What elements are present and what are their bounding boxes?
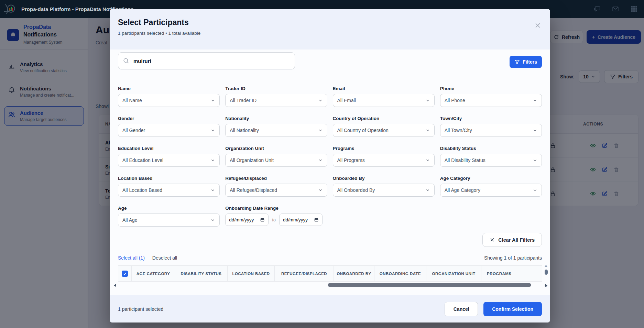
filter-select-programs[interactable]: All Programs bbox=[333, 154, 435, 167]
filter-field-disability-status: Disability Status All Disability Status bbox=[440, 146, 542, 167]
deselect-all-link[interactable]: Deselect all bbox=[152, 255, 177, 261]
filter-select-name[interactable]: All Name bbox=[118, 94, 220, 107]
filter-field-gender: Gender All Gender bbox=[118, 116, 220, 137]
modal-showing-text: Showing 1 of 1 participants bbox=[484, 255, 542, 261]
filter-select-country-of-operation[interactable]: All Country of Operation bbox=[333, 124, 435, 137]
filter-label: Education Level bbox=[118, 146, 220, 151]
chevron-down-icon bbox=[533, 98, 537, 103]
filter-select-age[interactable]: All Age bbox=[118, 214, 220, 227]
funnel-icon bbox=[514, 59, 520, 65]
select-all-checkbox[interactable] bbox=[122, 271, 128, 277]
horizontal-scrollbar[interactable] bbox=[118, 282, 542, 288]
column-header-onboarding-date: ONBOARDING DATE bbox=[374, 266, 426, 281]
modal-title: Select Participants bbox=[118, 18, 541, 27]
filter-select-gender[interactable]: All Gender bbox=[118, 124, 220, 137]
filter-field-age: Age All Age bbox=[118, 206, 220, 227]
chevron-down-icon bbox=[318, 98, 323, 103]
filter-label: Country of Operation bbox=[333, 116, 435, 121]
filter-grid: Name All Name Trader ID All Trader ID Em… bbox=[118, 86, 542, 227]
filter-field-name: Name All Name bbox=[118, 86, 220, 107]
filter-field-onboarded-by: Onboarded By All Onboarded By bbox=[333, 176, 435, 197]
column-header-programs: PROGRAMS bbox=[481, 266, 542, 281]
date-end-input[interactable]: dd/mm/yyyy bbox=[279, 214, 323, 226]
chevron-down-icon bbox=[210, 98, 215, 103]
chat-icon[interactable] bbox=[593, 5, 601, 13]
search-icon bbox=[123, 57, 129, 64]
chevron-down-icon bbox=[210, 218, 215, 222]
filter-label: Location Based bbox=[118, 176, 220, 181]
scroll-left-icon[interactable] bbox=[114, 284, 116, 287]
column-header-organization-unit: ORGANIZATION UNIT bbox=[426, 266, 481, 281]
filter-select-trader-id[interactable]: All Trader ID bbox=[225, 94, 327, 107]
clear-all-filters-button[interactable]: Clear All Filters bbox=[482, 233, 542, 247]
select-participants-modal: Select Participants 1 participants selec… bbox=[110, 9, 550, 322]
filter-select-age-category[interactable]: All Age Category bbox=[440, 184, 542, 197]
close-icon[interactable] bbox=[534, 22, 541, 29]
chevron-down-icon bbox=[425, 188, 430, 193]
filter-select-phone[interactable]: All Phone bbox=[440, 94, 542, 107]
filter-select-education-level[interactable]: All Education Level bbox=[118, 154, 220, 167]
chevron-down-icon bbox=[318, 128, 323, 133]
horizontal-scroll-thumb[interactable] bbox=[328, 283, 531, 287]
filter-select-organization-unit[interactable]: All Organization Unit bbox=[225, 154, 327, 167]
filter-label: Name bbox=[118, 86, 220, 91]
filter-label: Onboarding Date Range bbox=[225, 206, 327, 211]
chevron-down-icon bbox=[425, 158, 430, 163]
filter-label: Organization Unit bbox=[225, 146, 327, 151]
cancel-button[interactable]: Cancel bbox=[445, 302, 478, 316]
filter-field-onboarding-date-range: Onboarding Date Range dd/mm/yyyy to dd/m… bbox=[225, 206, 327, 227]
filter-label: Programs bbox=[333, 146, 435, 151]
filter-select-disability-status[interactable]: All Disability Status bbox=[440, 154, 542, 167]
filter-select-location-based[interactable]: All Location Based bbox=[118, 184, 220, 197]
filter-label: Town/City bbox=[440, 116, 542, 121]
filter-field-programs: Programs All Programs bbox=[333, 146, 435, 167]
participants-table: AGE CATEGORYDISABILITY STATUSLOCATION BA… bbox=[118, 265, 542, 288]
filter-select-onboarded-by[interactable]: All Onboarded By bbox=[333, 184, 435, 197]
filter-field-location-based: Location Based All Location Based bbox=[118, 176, 220, 197]
filter-label: Refugee/Displaced bbox=[225, 176, 327, 181]
filter-field-country-of-operation: Country of Operation All Country of Oper… bbox=[333, 116, 435, 137]
filter-label: Onboarded By bbox=[333, 176, 435, 181]
filter-label: Phone bbox=[440, 86, 542, 91]
modal-footer: 1 participant selected Cancel Confirm Se… bbox=[110, 295, 550, 322]
scroll-up-icon[interactable] bbox=[545, 265, 547, 267]
chevron-down-icon bbox=[210, 128, 215, 133]
chevron-down-icon bbox=[318, 158, 323, 163]
chevron-down-icon bbox=[533, 158, 537, 163]
vertical-scroll-thumb[interactable] bbox=[545, 270, 548, 275]
filter-label: Gender bbox=[118, 116, 220, 121]
filter-select-refugee-displaced[interactable]: All Refugee/Displaced bbox=[225, 184, 327, 197]
scroll-right-icon[interactable] bbox=[545, 284, 547, 287]
filter-field-email: Email All Email bbox=[333, 86, 435, 107]
filter-label: Trader ID bbox=[225, 86, 327, 91]
chevron-down-icon bbox=[210, 158, 215, 163]
filter-label: Nationality bbox=[225, 116, 327, 121]
modal-subtitle: 1 participants selected • 1 total availa… bbox=[118, 31, 541, 36]
selected-count-text: 1 participant selected bbox=[118, 306, 163, 312]
filter-select-nationality[interactable]: All Nationality bbox=[225, 124, 327, 137]
filter-label: Disability Status bbox=[440, 146, 542, 151]
app-logo-icon bbox=[3, 2, 17, 16]
filter-field-education-level: Education Level All Education Level bbox=[118, 146, 220, 167]
mail-icon[interactable] bbox=[612, 5, 619, 13]
filter-select-town-city[interactable]: All Town/City bbox=[440, 124, 542, 137]
participant-search-input[interactable] bbox=[118, 52, 295, 69]
column-header-age-category: AGE CATEGORY bbox=[132, 266, 175, 281]
filter-field-organization-unit: Organization Unit All Organization Unit bbox=[225, 146, 327, 167]
filter-field-age-category: Age Category All Age Category bbox=[440, 176, 542, 197]
modal-filters-button[interactable]: Filters bbox=[510, 56, 542, 68]
confirm-selection-button[interactable]: Confirm Selection bbox=[483, 302, 542, 316]
column-header-disability-status: DISABILITY STATUS bbox=[175, 266, 228, 281]
chevron-down-icon bbox=[210, 188, 215, 193]
filter-select-email[interactable]: All Email bbox=[333, 94, 435, 107]
date-range-separator: to bbox=[272, 217, 276, 222]
apps-grid-icon[interactable] bbox=[630, 5, 638, 13]
chevron-down-icon bbox=[425, 128, 430, 133]
chevron-down-icon bbox=[318, 188, 323, 193]
calendar-icon[interactable] bbox=[260, 217, 265, 222]
column-header-refugee-displaced: REFUGEE/DISPLACED bbox=[275, 266, 334, 281]
select-all-link[interactable]: Select all (1) bbox=[118, 255, 145, 261]
filter-field-phone: Phone All Phone bbox=[440, 86, 542, 107]
date-start-input[interactable]: dd/mm/yyyy bbox=[225, 214, 269, 226]
calendar-icon[interactable] bbox=[314, 217, 319, 222]
